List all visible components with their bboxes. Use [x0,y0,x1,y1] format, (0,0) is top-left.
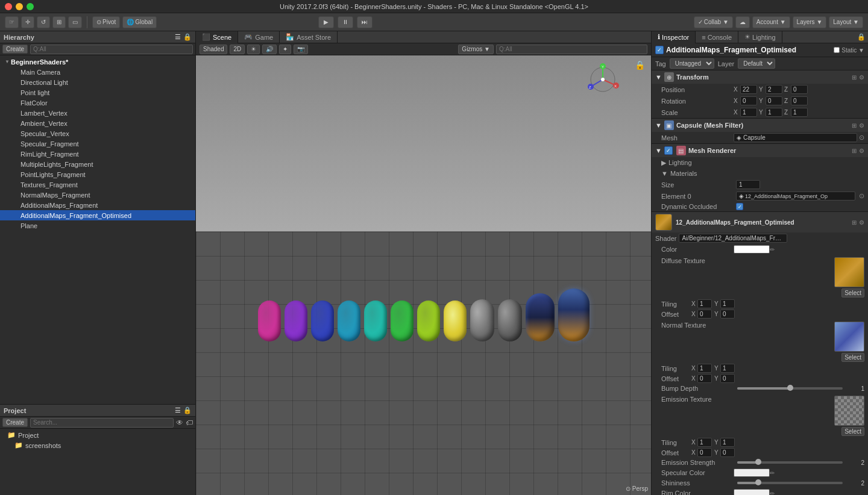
materials-sub-toggle[interactable]: ▼ Materials [661,170,697,177]
color-edit-icon[interactable]: ✏ [770,246,775,253]
project-list-item[interactable]: 📁screenshots [0,440,195,450]
gizmos-button[interactable]: Gizmos ▼ [458,45,494,54]
minimize-button[interactable] [16,3,23,10]
tab-asset-store[interactable]: 🏪 Asset Store [280,31,338,43]
bump-depth-track[interactable] [737,387,843,390]
move-tool-button[interactable]: ✛ [21,16,34,28]
dynamic-occluded-checkbox[interactable]: ✓ [736,203,743,210]
hierarchy-list-item[interactable]: Main Camera [0,67,195,77]
shininess-track[interactable] [737,482,843,484]
transform-settings-icon[interactable]: ⚙ [859,74,864,81]
emission-offset-x-input[interactable] [697,448,712,457]
project-tag-icon[interactable]: 🏷 [186,419,193,427]
diffuse-tiling-y-input[interactable] [720,299,735,308]
project-menu-icon[interactable]: ☰ [175,406,181,414]
transform-header[interactable]: ▼ ⊕ Transform ⊞ ⚙ [652,70,868,84]
mesh-renderer-checkbox[interactable]: ✓ [664,146,673,155]
hierarchy-list-item[interactable]: Textures_Fragment [0,179,195,190]
hierarchy-list-item[interactable]: Directional Light [0,77,195,87]
step-button[interactable]: ⏭ [357,16,373,28]
tab-inspector[interactable]: ℹ Inspector [652,31,696,43]
mesh-renderer-settings-icon[interactable]: ⚙ [859,148,864,154]
mesh-filter-ref-icon[interactable]: ⊞ [852,122,857,129]
scene-lock-icon[interactable]: 🔒 [635,60,645,70]
diffuse-offset-x-input[interactable] [697,310,712,319]
mesh-renderer-ref-icon[interactable]: ⊞ [852,148,857,154]
hierarchy-create-button[interactable]: Create [2,45,28,54]
tag-dropdown[interactable]: Untagged [670,58,714,69]
scene-camera-button[interactable]: 📷 [294,45,308,54]
collab-button[interactable]: ✓ Collab ▼ [694,16,733,28]
shading-mode-button[interactable]: Shaded [200,45,227,54]
scene-audio-button[interactable]: 🔊 [262,45,277,54]
scale-z-input[interactable] [791,108,808,117]
rect-tool-button[interactable]: ▭ [68,16,82,28]
scale-tool-button[interactable]: ⊞ [52,16,66,28]
pause-button[interactable]: ⏸ [338,16,353,28]
material-ref-icon[interactable]: ⊞ [852,219,857,226]
inspector-lock-icon[interactable]: 🔒 [857,33,866,41]
play-button[interactable]: ▶ [318,16,334,28]
mesh-target-icon[interactable]: ⊙ [859,134,864,142]
hierarchy-list-item[interactable]: Specular_Fragment [0,139,195,149]
normal-offset-y-input[interactable] [720,374,735,383]
project-search-input[interactable] [30,418,174,428]
transform-ref-icon[interactable]: ⊞ [852,74,857,81]
tab-game[interactable]: 🎮 Game [238,31,280,43]
normal-texture-thumb[interactable] [834,322,864,352]
scene-lighting-button[interactable]: ☀ [247,45,260,54]
pivot-button[interactable]: ⊙ Pivot [92,16,120,28]
hierarchy-lock-icon[interactable]: 🔒 [183,33,192,41]
material-header[interactable]: 12_AdditionalMaps_Fragment_Optimised ⊞ ⚙ [652,212,868,232]
position-z-input[interactable] [791,85,808,94]
mesh-filter-header[interactable]: ▼ ▣ Capsule (Mesh Filter) ⊞ ⚙ [652,119,868,132]
mesh-filter-settings-icon[interactable]: ⚙ [859,122,864,129]
element0-target-icon[interactable]: ⊙ [859,192,864,200]
diffuse-tiling-x-input[interactable] [697,299,712,308]
hierarchy-search-input[interactable] [30,45,193,54]
bump-depth-thumb[interactable] [787,385,793,391]
layers-button[interactable]: Layers ▼ [793,16,827,28]
tab-scene[interactable]: ⬛ Scene [196,31,238,43]
diffuse-texture-thumb[interactable] [834,257,864,287]
material-settings-icon[interactable]: ⚙ [859,219,864,226]
hierarchy-list-item[interactable]: Specular_Vertex [0,128,195,139]
normal-offset-x-input[interactable] [697,374,712,383]
scene-effects-button[interactable]: ✦ [279,45,291,54]
rotate-tool-button[interactable]: ↺ [37,16,50,28]
project-create-button[interactable]: Create [2,418,28,427]
rotation-x-input[interactable] [740,96,757,105]
rim-color-swatch[interactable] [734,489,770,495]
hierarchy-list-item[interactable]: Lambert_Vertex [0,108,195,118]
tab-lighting[interactable]: ☀ Lighting [738,31,782,43]
emission-strength-thumb[interactable] [755,459,761,465]
static-checkbox[interactable] [834,47,840,53]
project-list-item[interactable]: 📁Project [0,430,195,440]
specular-edit-icon[interactable]: ✏ [770,470,775,476]
cloud-button[interactable]: ☁ [735,16,750,28]
hierarchy-list-item[interactable]: Plane [0,220,195,231]
project-eye-icon[interactable]: 👁 [176,419,183,427]
normal-tiling-x-input[interactable] [697,364,712,373]
maximize-button[interactable] [27,3,34,10]
hierarchy-list-item[interactable]: NormalMaps_Fragment [0,190,195,200]
object-active-checkbox[interactable]: ✓ [655,46,664,54]
hierarchy-list-item[interactable]: Ambient_Vertex [0,118,195,128]
close-button[interactable] [5,3,12,10]
position-y-input[interactable] [766,85,782,94]
hierarchy-list-item[interactable]: AdditionalMaps_Fragment_Optimised [0,210,195,220]
size-input[interactable] [736,180,760,189]
scene-search-input[interactable] [496,45,647,54]
layer-dropdown[interactable]: Default [738,58,775,69]
specular-color-swatch[interactable] [734,469,770,477]
hierarchy-list-item[interactable]: MultipleLights_Fragment [0,159,195,169]
rotation-z-input[interactable] [791,96,808,105]
emission-tiling-x-input[interactable] [697,438,712,447]
hierarchy-list-item[interactable]: PointLights_Fragment [0,169,195,179]
project-lock-icon[interactable]: 🔒 [183,406,192,414]
shininess-thumb[interactable] [755,479,761,485]
hierarchy-list-item[interactable]: RimLight_Fragment [0,149,195,159]
lighting-sub-toggle[interactable]: ▶ Lighting [661,159,692,167]
tab-console[interactable]: ≡ Console [696,31,738,43]
hierarchy-root-item[interactable]: ▼ BeginnerShaders* [0,57,195,67]
